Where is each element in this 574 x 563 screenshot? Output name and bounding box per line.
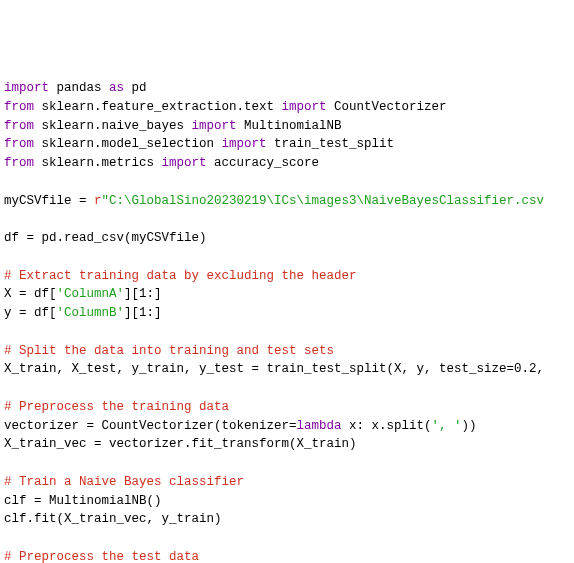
code-token-plain: accuracy_score	[207, 156, 320, 170]
code-token-kw-import: import	[192, 119, 237, 133]
code-editor: import pandas as pdfrom sklearn.feature_…	[4, 79, 570, 563]
code-line: y = df['ColumnB'][1:]	[4, 304, 570, 323]
code-token-plain: myCSVfile =	[4, 194, 94, 208]
code-line: # Split the data into training and test …	[4, 342, 570, 361]
code-token-comment: # Train a Naive Bayes classifier	[4, 475, 244, 489]
code-line: from sklearn.metrics import accuracy_sco…	[4, 154, 570, 173]
code-token-kw-from: from	[4, 156, 34, 170]
code-token-plain	[4, 531, 12, 545]
code-line: # Extract training data by excluding the…	[4, 267, 570, 286]
code-token-comment: # Preprocess the test data	[4, 550, 199, 563]
code-line	[4, 379, 570, 398]
code-token-plain: ))	[462, 419, 477, 433]
code-token-kw-lambda: lambda	[297, 419, 342, 433]
code-token-plain: clf.fit(X_train_vec, y_train)	[4, 512, 222, 526]
code-line: vectorizer = CountVectorizer(tokenizer=l…	[4, 417, 570, 436]
code-token-plain: X_train_vec = vectorizer.fit_transform(X…	[4, 437, 357, 451]
code-line: from sklearn.naive_bayes import Multinom…	[4, 117, 570, 136]
code-token-comment: # Split the data into training and test …	[4, 344, 334, 358]
code-token-plain: ][1:]	[124, 287, 162, 301]
code-token-plain: pandas	[49, 81, 109, 95]
code-line: # Train a Naive Bayes classifier	[4, 473, 570, 492]
code-line: X_train, X_test, y_train, y_test = train…	[4, 360, 570, 379]
code-line	[4, 529, 570, 548]
code-token-plain: sklearn.feature_extraction.text	[34, 100, 282, 114]
code-token-kw-from: from	[4, 100, 34, 114]
code-token-kw-import: import	[4, 81, 49, 95]
code-token-plain: ][1:]	[124, 306, 162, 320]
code-token-plain: sklearn.model_selection	[34, 137, 222, 151]
code-line: clf.fit(X_train_vec, y_train)	[4, 510, 570, 529]
code-line	[4, 173, 570, 192]
code-line: # Preprocess the training data	[4, 398, 570, 417]
code-token-plain: clf = MultinomialNB()	[4, 494, 162, 508]
code-token-comment: # Preprocess the training data	[4, 400, 229, 414]
code-line: clf = MultinomialNB()	[4, 492, 570, 511]
code-token-plain: MultinomialNB	[237, 119, 342, 133]
code-line: myCSVfile = r"C:\GlobalSino20230219\ICs\…	[4, 192, 570, 211]
code-line	[4, 323, 570, 342]
code-line: import pandas as pd	[4, 79, 570, 98]
code-token-kw-import: import	[162, 156, 207, 170]
code-line: X = df['ColumnA'][1:]	[4, 285, 570, 304]
code-line: # Preprocess the test data	[4, 548, 570, 563]
code-token-plain	[4, 250, 12, 264]
code-token-plain	[4, 175, 12, 189]
code-token-plain: sklearn.naive_bayes	[34, 119, 192, 133]
code-token-plain: CountVectorizer	[327, 100, 447, 114]
code-token-string: "C:\GlobalSino20230219\ICs\images3\Naive…	[102, 194, 545, 208]
code-token-string: ', '	[432, 419, 462, 433]
code-token-string: 'ColumnB'	[57, 306, 125, 320]
code-token-plain: df = pd.read_csv(myCSVfile)	[4, 231, 207, 245]
code-line	[4, 248, 570, 267]
code-token-kw-from: from	[4, 119, 34, 133]
code-token-plain: train_test_split	[267, 137, 395, 151]
code-token-plain	[4, 456, 12, 470]
code-token-plain	[4, 325, 12, 339]
code-line: from sklearn.model_selection import trai…	[4, 135, 570, 154]
code-token-kw-import: import	[222, 137, 267, 151]
code-line: df = pd.read_csv(myCSVfile)	[4, 229, 570, 248]
code-token-comment: # Extract training data by excluding the…	[4, 269, 357, 283]
code-line	[4, 454, 570, 473]
code-token-plain	[4, 381, 12, 395]
code-token-kw-import: import	[282, 100, 327, 114]
code-token-plain	[4, 212, 12, 226]
code-token-plain: X_train, X_test, y_train, y_test = train…	[4, 362, 544, 376]
code-token-plain: X = df[	[4, 287, 57, 301]
code-line	[4, 210, 570, 229]
code-token-plain: y = df[	[4, 306, 57, 320]
code-token-string: 'ColumnA'	[57, 287, 125, 301]
code-line: X_train_vec = vectorizer.fit_transform(X…	[4, 435, 570, 454]
code-token-kw-import: as	[109, 81, 124, 95]
code-token-plain: pd	[124, 81, 147, 95]
code-token-plain: sklearn.metrics	[34, 156, 162, 170]
code-token-plain: vectorizer = CountVectorizer(tokenizer=	[4, 419, 297, 433]
code-token-kw-from: from	[4, 137, 34, 151]
code-token-plain: x: x.split(	[342, 419, 432, 433]
code-token-string-raw-prefix: r	[94, 194, 102, 208]
code-line: from sklearn.feature_extraction.text imp…	[4, 98, 570, 117]
